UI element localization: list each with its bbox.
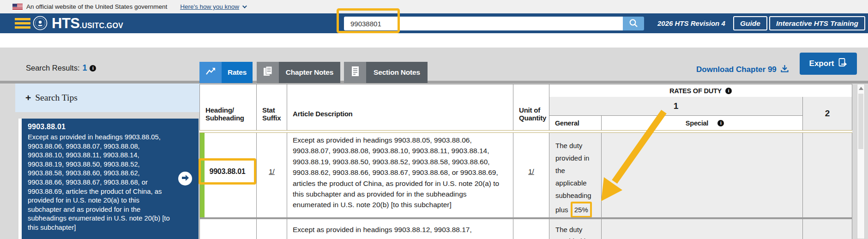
column-header-special: Special i bbox=[602, 115, 803, 130]
hts-logo-text: HTS bbox=[52, 15, 80, 32]
search-results-label: Search Results: bbox=[26, 64, 79, 72]
export-button[interactable]: Export bbox=[800, 53, 857, 75]
search-button[interactable] bbox=[623, 17, 644, 30]
column-header-unit-of-quantity: Unit of Quantity bbox=[513, 84, 549, 130]
gov-banner: An official website of the United States… bbox=[0, 0, 868, 13]
hts-search-page: An official website of the United States… bbox=[0, 0, 868, 239]
result-description: Except as provided in headings 9903.88.0… bbox=[28, 133, 173, 233]
tab-rates[interactable]: Rates bbox=[222, 62, 253, 83]
row1-heading-cell bbox=[199, 133, 257, 217]
column-header-stat-suffix: Stat Suffix bbox=[257, 84, 287, 130]
scrollbar-up-arrow[interactable] bbox=[859, 87, 863, 90]
row2-heading-cell bbox=[199, 219, 257, 239]
row1-article-description-cell: Except as provided in headings 9903.88.0… bbox=[287, 133, 513, 217]
hts-logo-suffix: .USITC.GOV bbox=[80, 22, 123, 30]
official-website-text: An official website of the United States… bbox=[26, 3, 167, 10]
tab-rates-icon-area[interactable] bbox=[199, 62, 222, 83]
usitc-seal-icon bbox=[32, 15, 48, 33]
row1-unit-cell: 1/ bbox=[513, 133, 549, 217]
column-header-2: 2 bbox=[803, 97, 852, 130]
chevron-down-icon bbox=[242, 4, 247, 8]
download-link-label: Download Chapter 99 bbox=[696, 65, 777, 74]
guide-button[interactable]: Guide bbox=[733, 16, 767, 30]
annotation-box-rate: 25% bbox=[571, 202, 592, 218]
row1-unit-footnote-link[interactable]: 1/ bbox=[513, 167, 549, 175]
tab-section-notes-icon-area[interactable] bbox=[344, 62, 366, 83]
search-icon bbox=[629, 18, 638, 29]
export-button-label: Export bbox=[809, 59, 834, 68]
navbar: HTS.USITC.GOV 2026 HTS Revision 4 Guide … bbox=[0, 13, 868, 33]
tab-section-notes[interactable]: Section Notes bbox=[366, 62, 428, 83]
menu-icon[interactable] bbox=[15, 18, 30, 29]
search-tips-expander[interactable]: + Search Tips bbox=[15, 84, 199, 112]
hts-logo[interactable]: HTS.USITC.GOV bbox=[52, 15, 123, 32]
row2-unit-cell bbox=[513, 219, 549, 239]
column-header-heading-subheading: Heading/ Subheading bbox=[199, 84, 257, 130]
row1-stat-footnote-link[interactable]: 1/ bbox=[257, 167, 287, 175]
result-list-item-selected[interactable]: 9903.88.01 Except as provided in heading… bbox=[18, 119, 199, 239]
tab-chapter-notes-icon-area[interactable] bbox=[257, 62, 279, 83]
row2-special-rate-cell bbox=[602, 219, 803, 239]
row2-general-rate-text: The duty provided in bbox=[555, 224, 597, 239]
goto-result-button[interactable] bbox=[178, 172, 192, 185]
revision-label: 2026 HTS Revision 4 bbox=[657, 19, 725, 27]
export-icon bbox=[838, 58, 847, 70]
row1-general-rate-cell: The duty provided in the applicable subh… bbox=[549, 133, 602, 217]
special-info-icon[interactable]: i bbox=[717, 120, 724, 126]
us-flag-icon bbox=[12, 4, 23, 10]
search-tips-label: Search Tips bbox=[35, 93, 78, 103]
search-results-count: 1 bbox=[82, 63, 87, 73]
row1-column2-cell bbox=[803, 133, 852, 217]
column-header-1: 1 bbox=[549, 97, 803, 115]
tab-chapter-notes[interactable]: Chapter Notes bbox=[279, 62, 340, 83]
row2-article-description-cell: Except as provided in headings 9903.88.1… bbox=[287, 219, 513, 239]
search-results-summary: Search Results: 1 i bbox=[26, 63, 96, 73]
row2-article-description: Except as provided in headings 9903.88.1… bbox=[293, 224, 504, 239]
arrow-right-icon bbox=[181, 174, 189, 183]
column-header-rates-of-duty: RATES OF DUTY i bbox=[549, 84, 852, 97]
plus-icon: + bbox=[25, 92, 31, 103]
result-heading: 9903.88.01 bbox=[28, 123, 192, 131]
download-icon bbox=[780, 64, 789, 75]
rates-chart-icon bbox=[205, 66, 217, 79]
row1-stat-suffix-cell: 1/ bbox=[257, 133, 287, 217]
section-notes-icon bbox=[350, 66, 360, 79]
table-scrollbar[interactable] bbox=[857, 84, 865, 239]
search-input[interactable] bbox=[344, 17, 623, 30]
column-header-article-description: Article Description bbox=[287, 84, 513, 130]
download-chapter-link[interactable]: Download Chapter 99 bbox=[696, 64, 789, 75]
row2-column2-cell bbox=[803, 219, 852, 239]
interactive-hts-training-button[interactable]: Interactive HTS Training bbox=[769, 16, 865, 30]
column-header-general: General bbox=[549, 115, 602, 130]
heres-how-you-know-link[interactable]: Here's how you know bbox=[180, 3, 239, 10]
chapter-notes-icon bbox=[262, 66, 273, 79]
scrollbar-thumb[interactable] bbox=[858, 94, 863, 149]
row2-general-rate-cell: The duty provided in bbox=[549, 219, 602, 239]
results-info-icon[interactable]: i bbox=[90, 65, 96, 72]
row2-stat-suffix-cell bbox=[257, 219, 287, 239]
rates-info-icon[interactable]: i bbox=[725, 88, 732, 94]
row1-article-description: Except as provided in headings 9903.88.0… bbox=[293, 135, 504, 210]
row1-selected-indicator bbox=[200, 133, 205, 217]
row1-special-rate-cell bbox=[602, 133, 803, 217]
